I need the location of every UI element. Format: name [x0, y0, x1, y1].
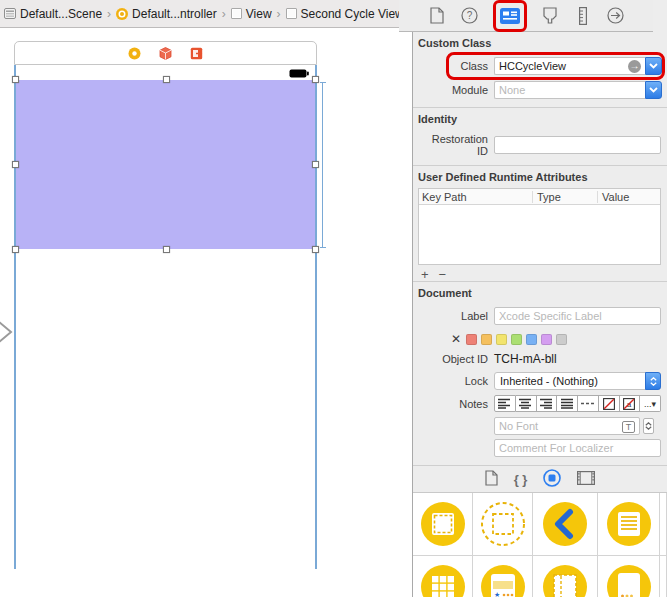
resize-handle-top-left[interactable] [12, 76, 19, 83]
notes-more-menu[interactable]: ...▾ [640, 395, 661, 412]
code-snippet-library-icon[interactable]: { } [514, 472, 528, 487]
class-row: Class → [418, 57, 661, 75]
document-label-input[interactable] [494, 307, 661, 325]
add-attribute-button[interactable]: + [421, 267, 429, 281]
lock-popup-stepper-icon [645, 372, 661, 390]
library-item-collection-view-cell[interactable]: ★ [473, 556, 533, 597]
table-body-empty[interactable] [419, 205, 660, 264]
library-item-page[interactable] [598, 556, 660, 597]
notes-segmented-control: a ...▾ [494, 395, 661, 412]
object-library-icon[interactable] [543, 469, 561, 489]
color-swatch-orange[interactable] [481, 334, 492, 345]
localizer-comment-input[interactable] [494, 439, 661, 457]
storyboard-entry-arrow[interactable] [0, 317, 14, 347]
first-responder-cube-icon[interactable] [159, 47, 172, 60]
color-swatch-purple[interactable] [541, 334, 552, 345]
library-item-text-view[interactable] [598, 493, 660, 556]
module-dropdown-button[interactable] [645, 81, 662, 99]
no-fill-icon[interactable] [599, 395, 620, 412]
section-header: Custom Class [418, 37, 661, 49]
library-item-view[interactable] [413, 493, 473, 556]
column-type[interactable]: Type [533, 191, 598, 203]
resize-handle-bottom-left[interactable] [12, 246, 19, 253]
dashes-icon[interactable] [578, 395, 599, 412]
jumpbar-item-second-cycle-view[interactable]: Second Cycle View [286, 7, 404, 21]
library-item-back-chevron[interactable] [533, 493, 598, 556]
font-input[interactable] [494, 417, 640, 435]
runtime-attributes-table[interactable]: Key Path Type Value [418, 188, 661, 265]
module-input[interactable] [494, 81, 645, 99]
library-tabs: { } [413, 466, 667, 493]
font-panel-icon[interactable]: T [622, 421, 635, 433]
scene-dock [14, 41, 317, 65]
resize-handle-bottom-center[interactable] [163, 246, 170, 253]
jumpbar-item-view[interactable]: View [231, 7, 272, 21]
jumpbar-label: Second Cycle View [301, 7, 404, 21]
color-swatch-gray[interactable] [556, 334, 567, 345]
class-dropdown-button[interactable] [645, 57, 662, 75]
selected-subview[interactable] [16, 80, 315, 249]
lock-label: Lock [418, 375, 494, 387]
library-item-container-view[interactable] [473, 493, 533, 556]
storyboard-canvas: Default...Scene › Default...ntroller › V… [0, 0, 412, 597]
resize-handle-middle-right[interactable] [312, 161, 319, 168]
library-item-reusable-view[interactable] [533, 556, 598, 597]
file-template-library-icon[interactable] [485, 470, 498, 488]
font-row: T [418, 417, 661, 435]
library-item-collection-view[interactable] [413, 556, 473, 597]
color-swatch-yellow[interactable] [496, 334, 507, 345]
lock-popup[interactable]: Inherited - (Nothing) [494, 372, 661, 390]
comment-row [418, 439, 661, 457]
restoration-id-input[interactable] [494, 136, 661, 154]
library-grid-sliver [660, 556, 667, 597]
file-inspector-icon[interactable] [427, 5, 447, 27]
quick-help-inspector-icon[interactable]: ? [460, 5, 480, 27]
document-section: Document Label ✕ Object ID TCH-mA-bll Lo… [413, 282, 667, 466]
object-id-row: Object ID TCH-mA-bll [418, 352, 661, 366]
notes-row: Notes a ...▾ [418, 395, 661, 412]
class-input[interactable] [494, 57, 645, 75]
device-view-root[interactable] [14, 65, 317, 569]
clear-color-button[interactable]: ✕ [451, 332, 461, 346]
remove-attribute-button[interactable]: − [439, 267, 447, 281]
resize-handle-bottom-right[interactable] [312, 246, 319, 253]
align-center-icon[interactable] [516, 395, 537, 412]
column-key-path[interactable]: Key Path [419, 191, 533, 203]
color-swatch-blue[interactable] [526, 334, 537, 345]
notes-label: Notes [418, 398, 494, 410]
scene-icon [4, 8, 16, 19]
view-icon [286, 8, 297, 19]
resize-handle-top-right[interactable] [312, 76, 319, 83]
jump-to-class-arrow-icon[interactable]: → [628, 60, 641, 73]
resize-handle-middle-left[interactable] [12, 161, 19, 168]
identity-inspector-icon[interactable] [500, 5, 520, 27]
size-inspector-icon[interactable] [573, 5, 593, 27]
restoration-id-label: Restoration ID [418, 133, 494, 157]
align-right-icon[interactable] [537, 395, 558, 412]
attributes-inspector-icon[interactable] [540, 5, 560, 27]
utilities-inspector-panel: ? Custom Class Class → [412, 0, 667, 597]
runtime-attributes-section: User Defined Runtime Attributes Key Path… [413, 166, 667, 282]
module-combo [494, 81, 662, 99]
align-left-icon[interactable] [494, 395, 516, 412]
no-text-color-icon[interactable]: a [620, 395, 641, 412]
jumpbar-item-controller[interactable]: Default...ntroller [116, 7, 217, 21]
identity-section: Identity Restoration ID [413, 108, 667, 166]
jumpbar-item-scene[interactable]: Default...Scene [4, 7, 102, 21]
jumpbar-label: Default...Scene [20, 7, 102, 21]
battery-icon [289, 69, 309, 78]
view-controller-icon[interactable] [128, 47, 141, 60]
connections-inspector-icon[interactable] [606, 5, 626, 27]
class-label: Class [418, 60, 494, 72]
jumpbar-label: View [246, 7, 272, 21]
resize-handle-top-center[interactable] [163, 76, 170, 83]
color-swatch-red[interactable] [466, 334, 477, 345]
exit-icon[interactable] [190, 47, 203, 60]
column-value[interactable]: Value [598, 191, 660, 203]
align-justify-icon[interactable] [557, 395, 578, 412]
color-swatch-green[interactable] [511, 334, 522, 345]
media-library-icon[interactable] [577, 471, 595, 487]
svg-text:★: ★ [494, 591, 500, 597]
document-label-row: Label [418, 307, 661, 325]
font-size-stepper[interactable] [643, 418, 654, 434]
